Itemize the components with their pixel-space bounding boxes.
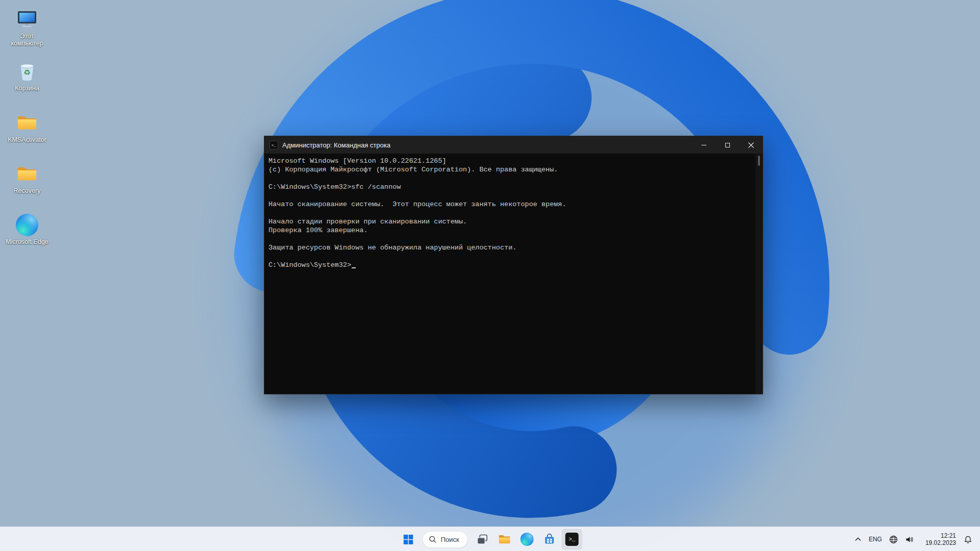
desktop-icon-edge[interactable]: Microsoft Edge: [4, 213, 50, 245]
file-explorer-icon: [498, 533, 511, 546]
desktop-icon-label: Microsoft Edge: [6, 238, 48, 245]
console-output[interactable]: Microsoft Windows [Version 10.0.22621.12…: [264, 154, 763, 394]
recycle-bin-icon: ♻: [15, 60, 39, 83]
volume-button[interactable]: [901, 529, 917, 549]
edge-icon: [15, 213, 39, 237]
language-indicator[interactable]: ENG: [865, 529, 886, 549]
search-label: Поиск: [440, 536, 459, 543]
terminal-icon: >_: [566, 533, 579, 546]
console-line: Защита ресурсов Windows не обнаружила на…: [268, 243, 754, 252]
task-view-icon: [476, 534, 488, 545]
desktop-icon-label: Recovery: [14, 187, 41, 194]
edge-icon: [521, 533, 534, 546]
system-tray: ENG 12:21 19.02.2023: [851, 527, 980, 551]
desktop-icon-this-pc[interactable]: Этот компьютер: [4, 8, 50, 47]
edge-button[interactable]: [517, 529, 537, 549]
this-pc-icon: [15, 8, 39, 31]
microsoft-store-button[interactable]: [540, 529, 560, 549]
notifications-button[interactable]: [960, 529, 976, 549]
microsoft-store-icon: [543, 533, 556, 546]
chevron-up-icon: [854, 537, 862, 542]
recycle-symbol: ♻: [15, 68, 39, 77]
window-title: Администратор: Командная строка: [282, 141, 692, 149]
desktop-icon-kmsactivator[interactable]: KMSActivator: [4, 111, 50, 143]
date-text: 19.02.2023: [925, 539, 956, 547]
cmd-taskbar-button[interactable]: >_: [562, 529, 582, 549]
console-line: C:\Windows\System32>: [268, 261, 754, 269]
cmd-app-icon: >_: [270, 141, 278, 149]
minimize-icon: [701, 145, 706, 145]
taskbar-center-group: Поиск: [398, 527, 582, 551]
terminal-glyph: >_: [272, 143, 277, 147]
scrollbar-thumb[interactable]: [758, 156, 760, 166]
speaker-icon: [905, 535, 914, 544]
console-cursor: [352, 267, 356, 268]
tray-overflow-button[interactable]: [851, 529, 865, 549]
globe-network-icon: [889, 535, 898, 544]
desktop-icon-label: Корзина: [15, 85, 39, 92]
desktop-icon-label: Этот компьютер: [5, 33, 50, 47]
maximize-icon: [725, 143, 730, 147]
terminal-glyph: >_: [569, 536, 575, 542]
search-box[interactable]: Поиск: [422, 531, 468, 548]
maximize-button[interactable]: [716, 136, 739, 154]
folder-icon: [15, 162, 39, 186]
window-controls: [692, 136, 763, 154]
console-line: [268, 235, 754, 243]
windows-logo-icon: [403, 535, 413, 544]
search-icon: [429, 536, 436, 543]
console-line: (c) Корпорация Майкрософт (Microsoft Cor…: [268, 165, 754, 174]
time-text: 12:21: [941, 532, 956, 540]
desktop-icon-recycle-bin[interactable]: ♻ Корзина: [4, 60, 50, 92]
console-line: [268, 191, 754, 200]
console-line: [268, 174, 754, 183]
console-line: Microsoft Windows [Version 10.0.22621.12…: [268, 157, 754, 165]
cmd-window: >_ Администратор: Командная строка Micro…: [264, 136, 763, 394]
desktop-icon-label: KMSActivator: [8, 136, 46, 143]
taskbar: Поиск: [0, 527, 980, 551]
notification-bell-icon: [964, 535, 972, 544]
console-line: Начало стадии проверки при сканировании …: [268, 217, 754, 226]
desktop-icon-recovery[interactable]: Recovery: [4, 162, 50, 194]
console-line: C:\Windows\System32>sfc /scannow: [268, 183, 754, 191]
file-explorer-button[interactable]: [495, 529, 515, 549]
network-button[interactable]: [886, 529, 901, 549]
console-line: [268, 209, 754, 217]
close-button[interactable]: [739, 136, 763, 154]
cmd-titlebar[interactable]: >_ Администратор: Командная строка: [264, 136, 763, 154]
console-line: Проверка 100% завершена.: [268, 226, 754, 235]
console-scrollbar[interactable]: [755, 154, 763, 394]
task-view-button[interactable]: [472, 529, 493, 549]
start-button[interactable]: [398, 529, 418, 549]
console-line: Начато сканирование системы. Этот процес…: [268, 200, 754, 209]
minimize-button[interactable]: [692, 136, 716, 154]
console-line: [268, 252, 754, 261]
folder-icon: [15, 111, 39, 135]
close-icon: [748, 142, 754, 148]
clock[interactable]: 12:21 19.02.2023: [921, 529, 960, 549]
